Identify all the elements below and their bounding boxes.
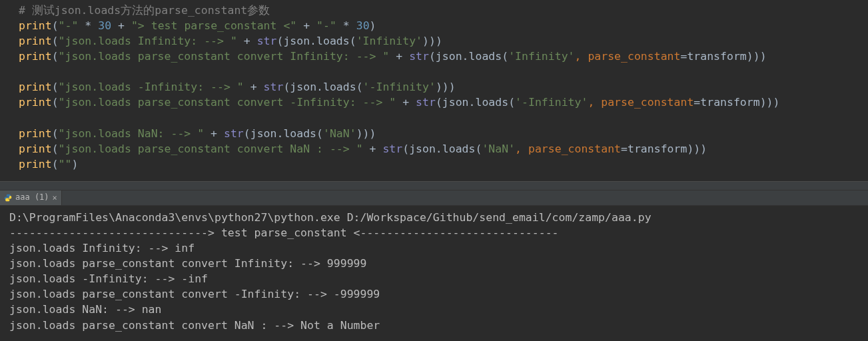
token: ( bbox=[52, 158, 59, 170]
token: + bbox=[237, 35, 257, 47]
token: (json.loads( bbox=[276, 35, 356, 47]
token: 'Infinity' bbox=[508, 50, 574, 63]
token: print bbox=[19, 143, 52, 155]
token: "json.loads parse_constant convert -Infi… bbox=[59, 96, 396, 109]
token: str bbox=[224, 127, 244, 140]
code-line[interactable]: print("json.loads parse_constant convert… bbox=[0, 49, 868, 64]
token: ))) bbox=[356, 127, 376, 140]
token: ))) bbox=[422, 35, 442, 47]
token: 'Infinity' bbox=[356, 35, 422, 47]
code-editor[interactable]: # 测试json.loads方法的parse_constant参数print("… bbox=[0, 0, 868, 181]
token: print bbox=[19, 158, 52, 170]
token: ( bbox=[52, 50, 59, 63]
token: + bbox=[204, 127, 224, 140]
code-line[interactable]: print("json.loads parse_constant convert… bbox=[0, 141, 868, 157]
python-file-icon bbox=[4, 194, 12, 202]
token: str bbox=[409, 50, 429, 63]
token: + bbox=[396, 96, 416, 109]
token: =transform))) bbox=[693, 96, 779, 109]
token: "json.loads -Infinity: --> " bbox=[59, 81, 244, 93]
token: (json.loads( bbox=[402, 143, 482, 155]
token: 'NaN' bbox=[323, 127, 356, 140]
token: (json.loads( bbox=[436, 96, 515, 109]
code-line[interactable]: print("json.loads parse_constant convert… bbox=[0, 95, 868, 110]
console-line: json.loads Infinity: --> inf bbox=[9, 240, 868, 256]
pane-splitter[interactable] bbox=[0, 181, 868, 190]
token: + bbox=[363, 143, 383, 155]
token: "" bbox=[59, 158, 72, 170]
token: , bbox=[515, 143, 528, 155]
run-tab-bar: aaa (1) × bbox=[0, 190, 868, 206]
code-line[interactable] bbox=[0, 64, 868, 79]
token: * bbox=[78, 19, 98, 32]
token: str bbox=[257, 35, 277, 47]
token: '-Infinity' bbox=[363, 81, 436, 93]
token: print bbox=[19, 35, 52, 47]
run-console[interactable]: D:\ProgramFiles\Anaconda3\envs\python27\… bbox=[0, 206, 868, 341]
code-line[interactable]: print("json.loads -Infinity: --> " + str… bbox=[0, 79, 868, 95]
token: 30 bbox=[356, 19, 370, 32]
token: 'NaN' bbox=[482, 143, 515, 155]
token: (json.loads( bbox=[429, 50, 508, 63]
token: =transform))) bbox=[680, 50, 766, 63]
token: + bbox=[389, 50, 409, 63]
token: "-" bbox=[59, 19, 79, 32]
token: '-Infinity' bbox=[515, 96, 588, 109]
token: ) bbox=[370, 19, 376, 32]
token: ( bbox=[52, 143, 59, 155]
token: (json.loads( bbox=[244, 127, 323, 140]
token: str bbox=[382, 143, 402, 155]
token: ( bbox=[52, 127, 59, 140]
code-line[interactable]: print("") bbox=[0, 157, 868, 172]
code-line[interactable] bbox=[0, 111, 868, 126]
token: ))) bbox=[436, 81, 456, 93]
token: ( bbox=[52, 35, 59, 47]
token: parse_constant bbox=[601, 96, 693, 109]
token: ( bbox=[52, 19, 59, 32]
token: 30 bbox=[98, 19, 111, 32]
token: "json.loads Infinity: --> " bbox=[59, 35, 237, 47]
token: print bbox=[19, 127, 52, 140]
token: "> test parse_constant <" bbox=[131, 19, 296, 32]
console-line: ------------------------------> test par… bbox=[9, 225, 868, 240]
token: + bbox=[111, 19, 131, 32]
token: print bbox=[19, 50, 52, 63]
token: print bbox=[19, 96, 52, 109]
token: * bbox=[336, 19, 356, 32]
token: str bbox=[416, 96, 436, 109]
code-line[interactable]: print("json.loads NaN: --> " + str(json.… bbox=[0, 126, 868, 141]
console-line: json.loads -Infinity: --> -inf bbox=[9, 271, 868, 286]
close-icon[interactable]: × bbox=[53, 194, 57, 202]
token: + bbox=[296, 19, 316, 32]
token: + bbox=[244, 81, 264, 93]
console-line: json.loads parse_constant convert NaN : … bbox=[9, 318, 868, 333]
token: , bbox=[575, 50, 588, 63]
console-line: json.loads NaN: --> nan bbox=[9, 302, 868, 317]
code-line[interactable]: print("json.loads Infinity: --> " + str(… bbox=[0, 33, 868, 49]
token: "json.loads parse_constant convert NaN :… bbox=[59, 143, 363, 155]
token: ( bbox=[52, 96, 59, 109]
token: ( bbox=[52, 81, 59, 93]
token: str bbox=[264, 81, 284, 93]
token: "json.loads NaN: --> " bbox=[59, 127, 205, 140]
token: (json.loads( bbox=[283, 81, 362, 93]
run-tab-label: aaa (1) bbox=[15, 192, 49, 203]
token: print bbox=[19, 81, 52, 93]
comment-text: # 测试json.loads方法的parse_constant参数 bbox=[19, 4, 270, 17]
console-line: json.loads parse_constant convert -Infin… bbox=[9, 286, 868, 302]
console-line: D:\ProgramFiles\Anaconda3\envs\python27\… bbox=[9, 210, 868, 225]
run-tab-aaa[interactable]: aaa (1) × bbox=[0, 190, 62, 205]
console-line: json.loads parse_constant convert Infini… bbox=[9, 256, 868, 271]
token: "json.loads parse_constant convert Infin… bbox=[59, 50, 390, 63]
token: parse_constant bbox=[528, 143, 621, 155]
code-line[interactable]: # 测试json.loads方法的parse_constant参数 bbox=[0, 3, 868, 18]
token: ) bbox=[71, 158, 78, 170]
token: print bbox=[19, 19, 52, 32]
token: parse_constant bbox=[588, 50, 680, 63]
token: =transform))) bbox=[621, 143, 707, 155]
token: "-" bbox=[316, 19, 336, 32]
token: , bbox=[588, 96, 601, 109]
code-line[interactable]: print("-" * 30 + "> test parse_constant … bbox=[0, 18, 868, 33]
